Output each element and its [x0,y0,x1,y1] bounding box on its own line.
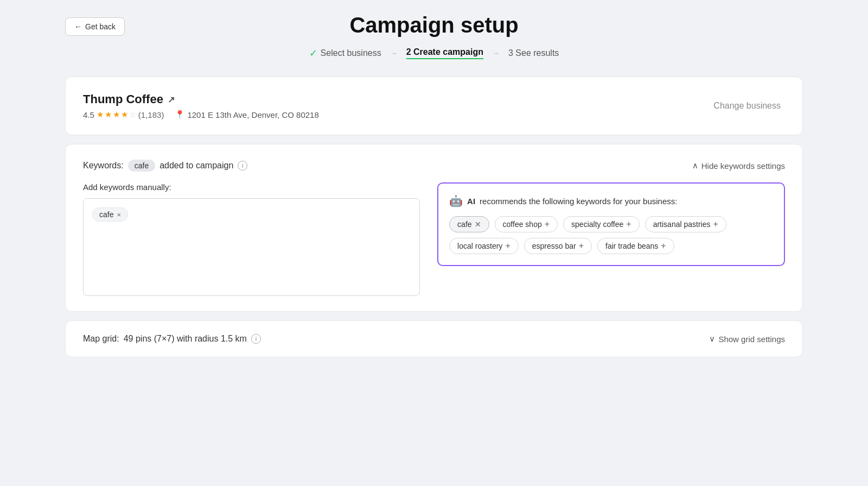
add-suggestion-icon[interactable]: + [579,241,584,251]
map-grid-description: 49 pins (7×7) with radius 1.5 km [124,334,247,344]
suggestion-tag-fair-trade-beans[interactable]: fair trade beans + [597,238,674,254]
map-grid-info-icon[interactable]: i [251,334,261,344]
external-link-icon[interactable]: ↗ [168,94,175,105]
keywords-input-area[interactable]: cafe × [83,198,420,296]
keywords-content: Add keywords manually: cafe × 🤖 AI recom… [83,182,785,296]
add-suggestion-icon[interactable]: + [545,219,550,229]
back-label: Get back [85,22,116,31]
remove-suggestion-icon[interactable]: ✕ [475,220,481,229]
suggestion-tags-container: cafe ✕ coffee shop + specialty coffee + … [449,216,773,254]
keywords-manual-section: Add keywords manually: cafe × [83,182,420,296]
add-suggestion-icon[interactable]: + [626,219,631,229]
suggestion-tag-specialty-coffee[interactable]: specialty coffee + [563,216,640,232]
suggestion-tag-artisanal-pastries[interactable]: artisanal pastries + [645,216,726,232]
rating-value: 4.5 [83,110,94,119]
business-meta: 4.5 ★ ★ ★ ★ ☆ (1,183) 📍 1201 E 13th Ave,… [83,110,319,119]
star-4: ★ [121,110,128,119]
ai-robot-icon: 🤖 [449,194,463,207]
add-suggestion-icon[interactable]: + [661,241,666,251]
map-grid-card: Map grid: 49 pins (7×7) with radius 1.5 … [65,320,803,357]
add-suggestion-icon[interactable]: + [505,241,510,251]
star-5: ☆ [129,110,136,119]
rating-count: (1,183) [138,110,164,119]
keywords-label: Keywords: [83,161,124,171]
business-address: 📍 1201 E 13th Ave, Denver, CO 80218 [175,110,318,119]
remove-keyword-icon[interactable]: × [117,211,121,219]
ai-header: 🤖 AI recommends the following keywords f… [449,194,773,207]
keyword-badge: cafe [128,160,155,172]
step-1: ✓ Select business [309,47,381,59]
keywords-manual-label: Add keywords manually: [83,182,420,192]
star-2: ★ [105,110,112,119]
add-suggestion-icon[interactable]: + [713,219,718,229]
hide-keywords-button[interactable]: ∧ Hide keywords settings [692,161,785,171]
stepper-arrow-2: → [492,49,500,58]
business-info: Thump Coffee ↗ 4.5 ★ ★ ★ ★ ☆ (1,183) 📍 [83,92,319,119]
suggestion-tag-coffee-shop[interactable]: coffee shop + [495,216,558,232]
show-grid-button[interactable]: ∨ Show grid settings [709,334,785,344]
star-1: ★ [97,110,104,119]
step-1-check-icon: ✓ [309,47,317,59]
business-name: Thump Coffee ↗ [83,92,319,106]
added-text: added to campaign [159,161,233,171]
keywords-title: Keywords: cafe added to campaign i [83,160,247,172]
keyword-tag-cafe: cafe × [92,207,128,222]
page-header: ← Get back Campaign setup ✓ Select busin… [65,13,803,59]
step-1-label: Select business [321,48,381,58]
stepper: ✓ Select business → 2 Create campaign → … [65,47,803,59]
map-grid-label: Map grid: [83,334,119,344]
change-business-button[interactable]: Change business [709,97,785,115]
ai-header-text: recommends the following keywords for yo… [480,197,677,206]
back-arrow-icon: ← [74,22,82,31]
keywords-card: Keywords: cafe added to campaign i ∧ Hid… [65,144,803,312]
step-2-label: 2 Create campaign [406,47,483,59]
step-3-label: 3 See results [508,48,559,58]
keywords-info-icon[interactable]: i [238,161,247,171]
step-3: 3 See results [508,48,559,58]
suggestion-tag-cafe[interactable]: cafe ✕ [449,216,489,232]
suggestion-tag-espresso-bar[interactable]: espresso bar + [524,238,592,254]
business-card: Thump Coffee ↗ 4.5 ★ ★ ★ ★ ☆ (1,183) 📍 [65,77,803,135]
get-back-button[interactable]: ← Get back [65,17,125,36]
business-rating: 4.5 ★ ★ ★ ★ ☆ (1,183) [83,110,164,119]
step-2: 2 Create campaign [406,47,483,59]
ai-bold-label: AI [467,197,475,206]
page-title: Campaign setup [65,13,803,37]
star-3: ★ [113,110,120,119]
star-rating: ★ ★ ★ ★ ☆ [97,110,136,119]
keywords-header: Keywords: cafe added to campaign i ∧ Hid… [83,160,785,172]
location-icon: 📍 [175,110,185,119]
map-grid-title: Map grid: 49 pins (7×7) with radius 1.5 … [83,334,261,344]
chevron-up-icon: ∧ [692,161,698,171]
suggestion-tag-local-roastery[interactable]: local roastery + [449,238,519,254]
ai-recommendations-box: 🤖 AI recommends the following keywords f… [437,182,785,266]
stepper-arrow-1: → [390,49,398,58]
chevron-down-icon: ∨ [709,334,715,344]
